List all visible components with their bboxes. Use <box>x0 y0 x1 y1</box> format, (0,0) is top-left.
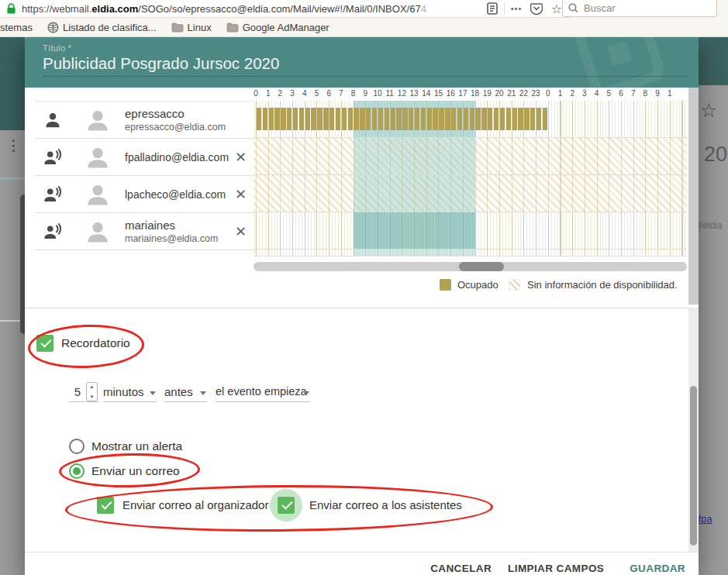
hour-label: 2 <box>567 89 578 98</box>
bookmark-item[interactable]: Linux <box>171 22 212 33</box>
reader-view-icon[interactable] <box>482 0 502 17</box>
amount-stepper[interactable]: ▲▼ <box>86 382 98 401</box>
browser-search[interactable]: Buscar <box>562 0 717 17</box>
busy-block <box>354 108 358 130</box>
hour-label: 0 <box>250 89 261 98</box>
busy-block <box>524 108 529 130</box>
hour-label: 17 <box>457 89 468 98</box>
hour-label: 15 <box>433 89 444 98</box>
hour-label: 13 <box>409 89 419 98</box>
legend-noinfo-swatch <box>509 279 520 291</box>
remove-attendee-button[interactable]: ✕ <box>235 225 247 239</box>
busy-block <box>323 108 328 130</box>
event-title-input[interactable]: Publicidad Posgrado Jursoc 2020 <box>43 54 279 73</box>
attendee-identity: lpacheco@eldia.com <box>125 188 226 201</box>
bookmark-item[interactable]: stemas <box>0 22 33 33</box>
show-alert-radio[interactable] <box>69 439 85 454</box>
browser-chrome: https://webmail.eldia.com/SOGo/so/epress… <box>0 0 728 37</box>
hour-label: 12 <box>396 89 407 98</box>
hour-label: 0 <box>543 89 554 98</box>
cancel-button[interactable]: CANCELAR <box>430 563 492 574</box>
freebusy-row[interactable] <box>254 212 687 250</box>
reminder-amount-value: 5 <box>68 385 87 398</box>
freebusy-scrollbar-thumb[interactable] <box>459 262 504 271</box>
busy-block <box>329 108 334 130</box>
freebusy-row[interactable] <box>254 175 687 212</box>
pocket-icon[interactable] <box>526 0 547 17</box>
event-watermark-icon <box>571 37 667 88</box>
show-alert-label: Mostrar un alerta <box>91 438 182 455</box>
hour-label: 3 <box>287 89 298 98</box>
attendee-voice-icon <box>43 147 63 167</box>
busy-block <box>257 108 261 130</box>
busy-block <box>488 108 492 130</box>
busy-block <box>409 108 413 130</box>
busy-block <box>439 108 443 130</box>
page-actions-icon[interactable]: ••• <box>506 0 526 17</box>
hour-label: 7 <box>628 89 639 98</box>
busy-block <box>543 108 547 130</box>
form-scrollbar-track[interactable] <box>688 308 699 552</box>
hour-label: 21 <box>506 89 517 98</box>
busy-block <box>421 108 426 130</box>
form-scrollbar-thumb[interactable] <box>690 386 697 546</box>
busy-block <box>464 108 468 130</box>
remove-attendee-button[interactable]: ✕ <box>235 150 247 164</box>
hour-label: 3 <box>579 89 590 98</box>
attendee-identity: fpalladino@eldia.com <box>125 151 229 164</box>
event-time-selection <box>354 138 475 174</box>
bookmark-item[interactable]: Google AdManager <box>226 22 329 33</box>
hour-label: 10 <box>372 89 383 98</box>
avatar <box>84 106 112 134</box>
dialog-header: Título * Publicidad Posgrado Jursoc 2020 <box>25 37 699 88</box>
save-button[interactable]: GUARDAR <box>630 563 685 574</box>
attendee-email: lpacheco@eldia.com <box>125 188 226 201</box>
background-divider <box>0 177 25 180</box>
hour-label: 8 <box>348 89 359 98</box>
reminder-reference-select[interactable]: el evento empieza <box>216 384 310 402</box>
attendee-email: mariaines@eldia.com <box>125 233 218 244</box>
freebusy-horizontal-scrollbar[interactable] <box>254 262 687 271</box>
chevron-down-icon <box>303 391 309 395</box>
hour-label: 19 <box>481 89 492 98</box>
freebusy-row[interactable] <box>254 138 687 175</box>
freebusy-row[interactable] <box>254 101 687 138</box>
busy-block <box>500 108 505 130</box>
hour-label: 4 <box>299 89 310 98</box>
event-time-selection <box>354 212 475 249</box>
bookmark-item[interactable]: Listado de clasifica... <box>47 22 157 33</box>
busy-block <box>336 108 340 130</box>
busy-block <box>372 108 377 130</box>
attendee-identity: mariaines mariaines@eldia.com <box>125 219 218 244</box>
search-icon <box>568 3 578 13</box>
stepper-up-icon[interactable]: ▲ <box>90 384 95 389</box>
busy-block <box>299 108 304 130</box>
screen: ⋮ ☆ c 20 @eldia o <fpa m> Título * Publi… <box>0 0 728 575</box>
legend-noinfo-label: Sin información de disponibilidad. <box>527 279 678 291</box>
busy-block <box>317 108 322 130</box>
remove-attendee-button[interactable]: ✕ <box>235 188 247 201</box>
freebusy-grid: 0123456789101112131415161718192021222301… <box>254 88 687 258</box>
busy-block <box>287 108 292 130</box>
url-bar[interactable]: https://webmail.eldia.com/SOGo/so/epress… <box>0 0 574 18</box>
hour-label: 5 <box>312 89 323 98</box>
busy-block <box>360 108 364 130</box>
reminder-unit-value: minutos <box>103 385 144 398</box>
busy-block <box>530 108 535 130</box>
reminder-unit-select[interactable]: minutos <box>103 384 157 402</box>
freebusy-tail <box>254 250 687 257</box>
clear-fields-button[interactable]: LIMPIAR CAMPOS <box>508 563 604 574</box>
legend-busy-swatch <box>440 279 451 291</box>
hour-label: 6 <box>323 89 334 98</box>
attendees-scrollbar-track[interactable] <box>688 88 699 305</box>
stepper-down-icon[interactable]: ▼ <box>90 394 95 399</box>
dialog-footer: CANCELAR LIMPIAR CAMPOS GUARDAR <box>25 552 699 575</box>
toolbar-separator <box>504 3 505 15</box>
background-line <box>0 320 20 322</box>
hour-label: 1 <box>555 89 566 98</box>
reminder-relation-select[interactable]: antes <box>164 384 207 402</box>
event-time-selection <box>354 175 475 212</box>
background-toolbar-fragment <box>0 37 25 130</box>
busy-block <box>494 108 499 130</box>
attendee-email: fpalladino@eldia.com <box>125 151 229 164</box>
